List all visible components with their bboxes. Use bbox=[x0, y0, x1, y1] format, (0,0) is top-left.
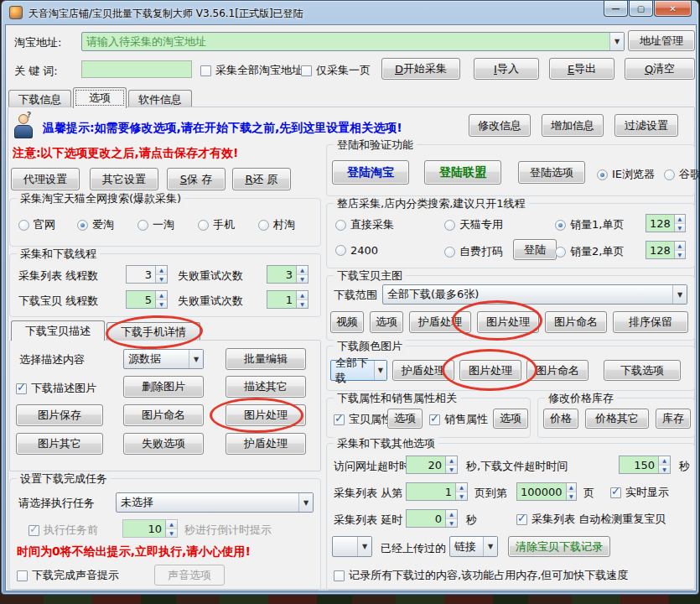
page-from-spinner[interactable]: 1 ▲▼ bbox=[406, 482, 468, 501]
pic-name-button[interactable]: 图片命名 bbox=[123, 404, 204, 426]
add-info-button[interactable]: 增加信息 bbox=[542, 114, 604, 137]
login-taobao-button[interactable]: 登陆淘宝 bbox=[332, 160, 409, 185]
address-manage-button[interactable]: 地址管理 bbox=[628, 30, 695, 51]
checkbox-icon[interactable] bbox=[200, 65, 211, 76]
pic-process-button[interactable]: 图片处理 bbox=[226, 404, 306, 426]
filter-settings-button[interactable]: 过滤设置 bbox=[614, 114, 678, 137]
one-page-checkbox[interactable]: 仅采集一页 bbox=[301, 63, 371, 78]
tab-software-info[interactable]: 软件信息 bbox=[128, 90, 192, 108]
batch-edit-button[interactable]: 批量编辑 bbox=[226, 348, 306, 370]
chevron-down-icon[interactable]: ▼ bbox=[189, 350, 203, 368]
checkbox-icon[interactable] bbox=[334, 414, 345, 425]
radio-icon[interactable] bbox=[77, 220, 88, 231]
radio-etao[interactable]: 一淘 bbox=[137, 217, 174, 232]
sound-tip-checkbox[interactable]: 下载完成声音提示 bbox=[17, 568, 119, 583]
main-options-button[interactable]: 选项 bbox=[370, 311, 403, 333]
delay-spinner[interactable]: 0 ▲▼ bbox=[406, 509, 458, 528]
chevron-down-icon[interactable]: ▼ bbox=[374, 361, 386, 380]
address-combo[interactable]: ▼ bbox=[81, 32, 625, 51]
page-to-spinner[interactable]: 100000 ▲▼ bbox=[516, 482, 577, 501]
radio-tmall-only[interactable]: 天猫专用 bbox=[444, 217, 503, 232]
price-other-button[interactable]: 价格其它 bbox=[585, 409, 649, 429]
record-all-checkbox[interactable]: 记录所有下载过的内容,该功能占用内存,但可加快下载速度 bbox=[334, 568, 628, 583]
spinner-arrows-icon[interactable]: ▲▼ bbox=[674, 215, 685, 232]
tab-options[interactable]: 选项 bbox=[73, 87, 127, 108]
spinner-arrows-icon[interactable]: ▲▼ bbox=[445, 510, 457, 527]
spinner-arrows-icon[interactable]: ▲▼ bbox=[155, 291, 167, 308]
keyword-input[interactable] bbox=[82, 62, 191, 78]
save-button[interactable]: S保 存 bbox=[167, 168, 226, 190]
desc-source-combo[interactable]: 源数据▼ bbox=[123, 349, 204, 369]
radio-icon[interactable] bbox=[664, 169, 675, 180]
radio-icon[interactable] bbox=[335, 245, 346, 256]
item-attr-checkbox[interactable]: 宝贝属性 bbox=[334, 412, 392, 427]
url-timeout-spinner[interactable]: 20 ▲▼ bbox=[406, 456, 458, 474]
chevron-down-icon[interactable]: ▼ bbox=[298, 493, 313, 512]
main-pic-process-button[interactable]: 图片处理 bbox=[477, 311, 539, 333]
pic-other-button[interactable]: 图片其它 bbox=[16, 433, 103, 455]
color-pic-name-button[interactable]: 图片命名 bbox=[526, 360, 589, 381]
tab-download-info[interactable]: 下载信息 bbox=[8, 90, 71, 108]
import-button[interactable]: I导入 bbox=[474, 58, 539, 80]
checkbox-icon[interactable] bbox=[301, 65, 312, 76]
spinner-arrows-icon[interactable]: ▲▼ bbox=[658, 456, 670, 473]
checkbox-icon[interactable] bbox=[16, 383, 27, 394]
fail-options-button[interactable]: 失败选项 bbox=[123, 433, 204, 455]
delete-pics-button[interactable]: 删除图片 bbox=[123, 376, 204, 398]
chevron-down-icon[interactable]: ▼ bbox=[483, 537, 497, 556]
radio-icon[interactable] bbox=[444, 220, 455, 231]
main-pic-name-button[interactable]: 图片命名 bbox=[545, 311, 607, 333]
color-pic-process-button[interactable]: 图片处理 bbox=[459, 360, 521, 381]
start-collect-button[interactable]: D开始采集 bbox=[381, 58, 460, 80]
spinner-arrows-icon[interactable]: ▲▼ bbox=[455, 483, 467, 500]
radio-icon[interactable] bbox=[444, 247, 455, 258]
maximize-button[interactable]: ▢ bbox=[629, 1, 653, 17]
radio-paid-captcha[interactable]: 自费打码 bbox=[444, 244, 503, 259]
color-download-combo[interactable]: 全部下载▼ bbox=[330, 360, 387, 381]
restore-button[interactable]: R还 原 bbox=[232, 168, 291, 190]
download-desc-pics-checkbox[interactable]: 下载描述图片 bbox=[16, 381, 96, 396]
download-retry-spinner[interactable]: 1 ▲▼ bbox=[267, 290, 309, 309]
export-button[interactable]: E导出 bbox=[549, 58, 614, 80]
captcha-login-button[interactable]: 登陆 bbox=[513, 239, 557, 260]
checkbox-icon[interactable] bbox=[334, 570, 345, 581]
radio-official[interactable]: 官网 bbox=[18, 217, 55, 232]
main-shield-button[interactable]: 护盾处理 bbox=[409, 311, 471, 333]
spinner-arrows-icon[interactable]: ▲▼ bbox=[674, 242, 685, 258]
radio-icon[interactable] bbox=[597, 169, 608, 180]
radio-icon[interactable] bbox=[555, 247, 566, 258]
sort-keep-button[interactable]: 排序保留 bbox=[613, 311, 688, 333]
file-timeout-spinner[interactable]: 150 ▲▼ bbox=[619, 456, 671, 474]
radio-icon[interactable] bbox=[555, 220, 566, 231]
clear-button[interactable]: Q清空 bbox=[625, 58, 695, 80]
task-combo[interactable]: 未选择▼ bbox=[116, 492, 314, 513]
close-button[interactable]: ✕ bbox=[654, 1, 692, 17]
uploaded-filter-combo[interactable]: ▼ bbox=[332, 536, 372, 557]
proxy-settings-button[interactable]: 代理设置 bbox=[11, 168, 80, 190]
tab-phone-detail[interactable]: 下载手机详情 bbox=[106, 322, 200, 341]
desc-other-button[interactable]: 描述其它 bbox=[226, 376, 306, 398]
login-union-button[interactable]: 登陆联盟 bbox=[424, 160, 501, 185]
spinner-arrows-icon[interactable]: ▲▼ bbox=[155, 266, 167, 283]
checkbox-icon[interactable] bbox=[516, 514, 527, 525]
color-shield-button[interactable]: 护盾处理 bbox=[392, 360, 454, 381]
radio-cuntao[interactable]: 村淘 bbox=[258, 217, 295, 232]
collect-all-checkbox[interactable]: 采集全部淘宝地址 bbox=[200, 63, 303, 78]
spinner-arrows-icon[interactable]: ▲▼ bbox=[296, 266, 308, 283]
radio-2400[interactable]: 2400 bbox=[335, 244, 378, 257]
radio-icon[interactable] bbox=[198, 220, 209, 231]
spinner-arrows-icon[interactable]: ▲▼ bbox=[566, 483, 576, 500]
chevron-down-icon[interactable]: ▼ bbox=[609, 33, 624, 50]
radio-sales1[interactable]: 销量1,单页 bbox=[555, 217, 624, 232]
radio-icon[interactable] bbox=[335, 220, 346, 231]
collect-threads-spinner[interactable]: 3 ▲▼ bbox=[126, 265, 168, 284]
sale-attr-options-button[interactable]: 选项 bbox=[493, 409, 528, 429]
login-options-button[interactable]: 登陆选项 bbox=[518, 161, 585, 184]
dup-detect-checkbox[interactable]: 采集列表 自动检测重复宝贝 bbox=[516, 512, 666, 527]
spinner-arrows-icon[interactable]: ▲▼ bbox=[296, 291, 308, 308]
checkbox-icon[interactable] bbox=[429, 414, 440, 425]
radio-aitao[interactable]: 爱淘 bbox=[77, 217, 114, 232]
clear-download-record-button[interactable]: 清除宝贝下载记录 bbox=[508, 536, 610, 557]
spinner-arrows-icon[interactable]: ▲▼ bbox=[445, 456, 457, 473]
keyword-field[interactable] bbox=[81, 60, 192, 78]
